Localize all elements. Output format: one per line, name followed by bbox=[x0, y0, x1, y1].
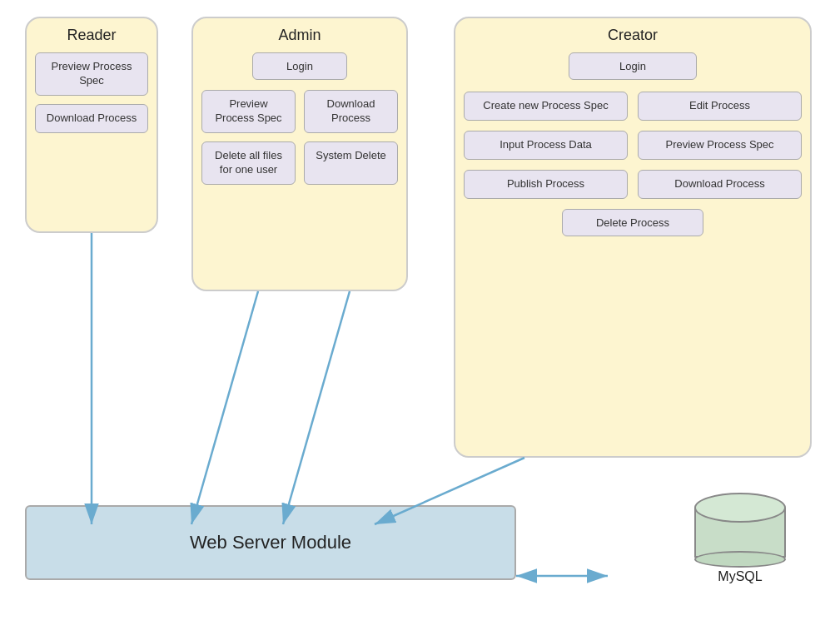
reader-action-download[interactable]: Download Process bbox=[35, 104, 148, 133]
mysql-cylinder bbox=[694, 493, 786, 568]
mysql-container: MySQL bbox=[690, 493, 790, 584]
reader-action-preview[interactable]: Preview Process Spec bbox=[35, 52, 148, 96]
admin-box: Admin Login Preview Process Spec Downloa… bbox=[191, 17, 408, 291]
admin-action-system-delete[interactable]: System Delete bbox=[304, 141, 398, 185]
creator-action-edit[interactable]: Edit Process bbox=[638, 92, 802, 121]
mysql-label: MySQL bbox=[718, 569, 762, 584]
diagram-container: Reader Preview Process Spec Download Pro… bbox=[0, 0, 840, 630]
admin-title: Admin bbox=[201, 27, 398, 44]
reader-box: Reader Preview Process Spec Download Pro… bbox=[25, 17, 158, 233]
creator-action-create[interactable]: Create new Process Spec bbox=[464, 92, 628, 121]
admin-action-delete-files[interactable]: Delete all files for one user bbox=[201, 141, 296, 185]
svg-line-4 bbox=[283, 291, 350, 524]
creator-login-btn[interactable]: Login bbox=[569, 52, 697, 80]
creator-action-delete[interactable]: Delete Process bbox=[562, 209, 703, 236]
admin-login-btn[interactable]: Login bbox=[252, 52, 347, 80]
creator-action-download[interactable]: Download Process bbox=[638, 170, 802, 199]
creator-action-publish[interactable]: Publish Process bbox=[464, 170, 628, 199]
svg-line-3 bbox=[191, 291, 258, 524]
creator-action-input[interactable]: Input Process Data bbox=[464, 131, 628, 160]
web-server-box: Web Server Module bbox=[25, 505, 516, 580]
creator-title: Creator bbox=[464, 27, 802, 44]
admin-action-preview[interactable]: Preview Process Spec bbox=[201, 90, 296, 133]
creator-action-preview[interactable]: Preview Process Spec bbox=[638, 131, 802, 160]
admin-action-download[interactable]: Download Process bbox=[304, 90, 398, 133]
creator-box: Creator Login Create new Process Spec Ed… bbox=[454, 17, 812, 458]
web-server-label: Web Server Module bbox=[190, 532, 351, 553]
reader-title: Reader bbox=[35, 27, 148, 44]
